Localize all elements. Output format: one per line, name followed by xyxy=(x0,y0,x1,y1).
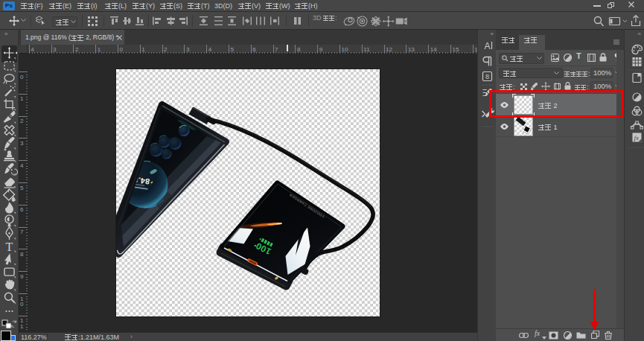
svg-text:A: A xyxy=(484,41,490,51)
svg-text:%: % xyxy=(124,176,128,182)
svg-text:T: T xyxy=(6,240,13,253)
svg-text:fx: fx xyxy=(634,134,640,141)
svg-text:8: 8 xyxy=(485,73,489,80)
